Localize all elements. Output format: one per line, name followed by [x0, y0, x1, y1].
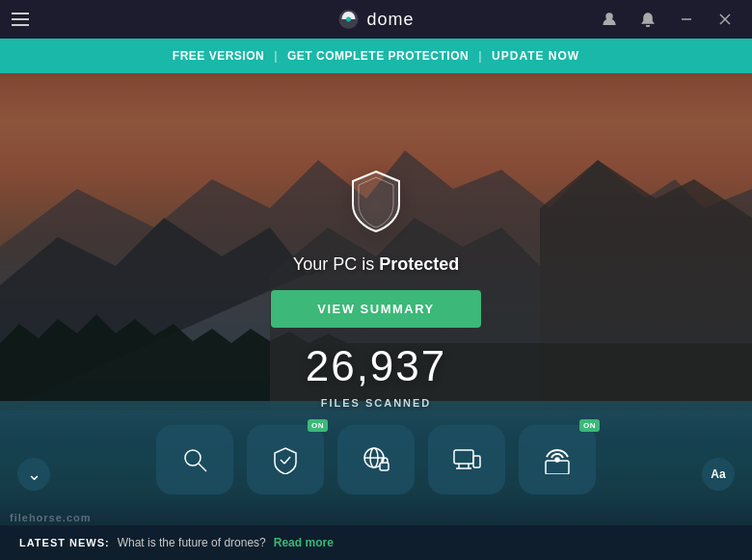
firewall-tile[interactable]: ON	[247, 425, 324, 494]
status-prefix: Your PC is	[293, 254, 379, 274]
minimize-button[interactable]	[671, 4, 702, 35]
title-bar-right	[594, 4, 740, 35]
title-bar-left	[12, 13, 29, 26]
banner-divider-1: |	[274, 49, 278, 63]
title-bar: dome	[0, 0, 752, 39]
feature-icon-row: ON	[0, 425, 752, 494]
bell-button[interactable]	[632, 4, 663, 35]
wifi-on-badge: ON	[579, 419, 600, 432]
user-button[interactable]	[594, 4, 625, 35]
dome-logo-icon	[337, 9, 359, 30]
shield-icon	[345, 168, 407, 235]
svg-rect-24	[546, 461, 569, 474]
app-title: dome	[366, 10, 414, 30]
svg-rect-23	[473, 456, 480, 467]
svg-point-25	[555, 458, 559, 462]
svg-rect-18	[380, 463, 389, 470]
globe-lock-icon	[362, 445, 390, 474]
title-bar-center: dome	[337, 9, 414, 30]
svg-point-1	[346, 17, 351, 22]
upgrade-banner[interactable]: FREE VERSION | GET COMPLETE PROTECTION |…	[0, 39, 752, 73]
antivirus-tile[interactable]	[156, 425, 233, 494]
font-size-button[interactable]: Aa	[702, 458, 735, 491]
svg-line-12	[199, 464, 206, 471]
status-text: Your PC is Protected	[293, 254, 459, 275]
svg-line-14	[284, 457, 290, 464]
files-label: FILES SCANNED	[321, 397, 432, 409]
news-label: LATEST NEWS:	[19, 537, 110, 548]
search-icon	[180, 445, 209, 474]
news-text: What is the future of drones?	[118, 536, 266, 549]
update-now-label[interactable]: UPDATE NOW	[492, 49, 579, 63]
scroll-down-button[interactable]: ⌄	[17, 458, 50, 491]
close-button[interactable]	[710, 4, 740, 35]
device-tile[interactable]	[428, 425, 505, 494]
view-summary-button[interactable]: VIEW SUMMARY	[271, 290, 481, 328]
device-icon	[452, 445, 481, 474]
svg-point-11	[185, 450, 201, 466]
firewall-on-badge: ON	[308, 419, 328, 432]
svg-line-13	[281, 460, 284, 464]
free-version-label: FREE VERSION	[173, 49, 264, 63]
read-more-link[interactable]: Read more	[274, 536, 334, 549]
svg-point-2	[606, 13, 612, 19]
shield-container	[345, 168, 407, 239]
files-count: 26,937	[306, 345, 447, 387]
hamburger-button[interactable]	[12, 13, 29, 26]
svg-rect-19	[454, 450, 473, 464]
chevron-down-icon: ⌄	[27, 466, 41, 483]
status-bold: Protected	[379, 254, 459, 274]
banner-divider-2: |	[478, 49, 482, 63]
wifi-tile[interactable]: ON	[519, 425, 596, 494]
main-area: Your PC is Protected VIEW SUMMARY 26,937…	[0, 73, 752, 560]
wifi-monitor-icon	[543, 445, 572, 474]
watermark: filehorse.com	[10, 512, 92, 523]
news-bar: LATEST NEWS: What is the future of drone…	[0, 525, 752, 560]
web-protection-tile[interactable]	[337, 425, 415, 494]
get-protection-label: GET COMPLETE PROTECTION	[287, 49, 469, 63]
shield-feature-icon	[271, 445, 300, 474]
